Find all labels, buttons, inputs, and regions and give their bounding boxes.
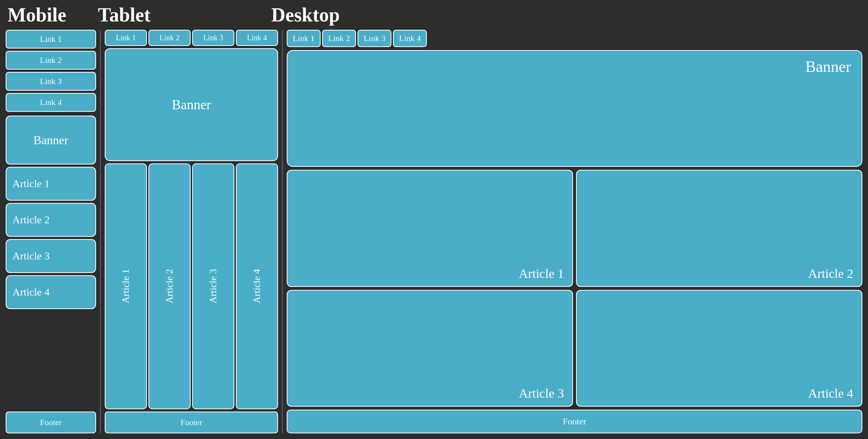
mobile-nav-link-2[interactable]: Link 2 (6, 51, 96, 70)
desktop-footer: Footer (287, 410, 862, 433)
tablet-footer: Footer (105, 412, 278, 433)
tablet-article-4: Article 4 (236, 163, 278, 409)
tablet-article-2: Article 2 (148, 163, 191, 409)
mobile-column: Link 1 Link 2 Link 3 Link 4 Banner Artic… (6, 30, 96, 433)
tablet-title: Tablet (98, 4, 271, 26)
separator-2 (282, 30, 283, 433)
header-bar: Mobile Tablet Desktop (0, 0, 868, 26)
mobile-footer: Footer (6, 412, 96, 433)
tablet-nav-link-4[interactable]: Link 4 (236, 30, 278, 46)
mobile-article-1: Article 1 (6, 167, 96, 201)
mobile-article-4: Article 4 (6, 275, 96, 309)
desktop-nav: Link 1 Link 2 Link 3 Link 4 (287, 30, 862, 47)
separator-1 (100, 30, 101, 433)
desktop-nav-link-3[interactable]: Link 3 (358, 30, 391, 47)
tablet-nav: Link 1 Link 2 Link 3 Link 4 (105, 30, 278, 46)
desktop-article-4: Article 4 (576, 290, 862, 407)
desktop-column: Link 1 Link 2 Link 3 Link 4 Banner Artic… (287, 30, 862, 433)
tablet-article-1: Article 1 (105, 163, 147, 409)
desktop-nav-link-4[interactable]: Link 4 (393, 30, 427, 47)
desktop-banner: Banner (287, 50, 862, 167)
mobile-nav-link-3[interactable]: Link 3 (6, 72, 96, 91)
tablet-article-3: Article 3 (192, 163, 234, 409)
tablet-nav-link-2[interactable]: Link 2 (148, 30, 191, 46)
desktop-title: Desktop (271, 4, 860, 26)
desktop-article-3: Article 3 (287, 290, 573, 407)
mobile-nav-link-4[interactable]: Link 4 (6, 93, 96, 112)
desktop-articles-grid: Article 1 Article 2 Article 3 Article 4 (287, 170, 862, 407)
desktop-article-1: Article 1 (287, 170, 573, 287)
desktop-article-2: Article 2 (576, 170, 862, 287)
tablet-banner: Banner (105, 48, 278, 161)
mobile-banner: Banner (6, 116, 96, 165)
mobile-title: Mobile (8, 4, 98, 26)
tablet-nav-link-3[interactable]: Link 3 (192, 30, 234, 46)
tablet-nav-link-1[interactable]: Link 1 (105, 30, 147, 46)
desktop-nav-link-1[interactable]: Link 1 (287, 30, 321, 47)
mobile-article-3: Article 3 (6, 239, 96, 273)
desktop-nav-link-2[interactable]: Link 2 (322, 30, 356, 47)
mobile-article-2: Article 2 (6, 203, 96, 237)
mobile-nav-link-1[interactable]: Link 1 (6, 30, 96, 49)
columns-container: Link 1 Link 2 Link 3 Link 4 Banner Artic… (0, 26, 868, 439)
tablet-articles: Article 1 Article 2 Article 3 Article 4 (105, 163, 278, 409)
tablet-column: Link 1 Link 2 Link 3 Link 4 Banner Artic… (105, 30, 278, 433)
